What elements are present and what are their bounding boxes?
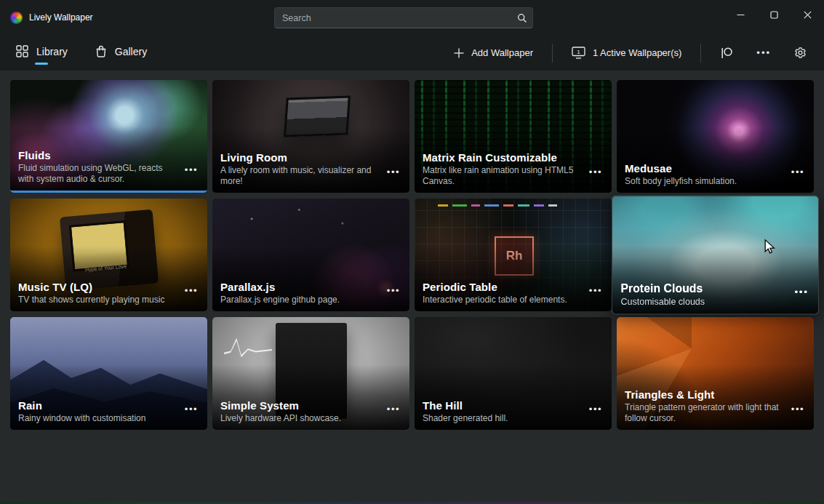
maximize-button[interactable] (757, 0, 791, 29)
wallpaper-grid: Fluids Fluid simulation using WebGL, rea… (10, 80, 814, 430)
wallpaper-title: The Hill (423, 399, 580, 412)
wallpaper-title: Triangles & Light (625, 388, 782, 401)
wallpaper-title: Protein Clouds (620, 282, 785, 295)
wallpaper-card-fluids[interactable]: Fluids Fluid simulation using WebGL, rea… (10, 80, 207, 193)
monitor-count: 1 (577, 49, 580, 55)
wallpaper-meta: Periodic Table Interactive periodic tabl… (423, 281, 580, 306)
wallpaper-card-rain[interactable]: Rain Rainy window with customisation ••• (10, 317, 207, 430)
add-wallpaper-button[interactable]: Add Wallpaper (445, 42, 542, 63)
monitor-icon: 1 (572, 47, 585, 59)
wallpaper-description: Interactive periodic table of elements. (423, 295, 580, 306)
wallpaper-title: Fluids (18, 149, 175, 161)
wallpaper-menu-button[interactable]: ••• (791, 167, 804, 177)
navigation-bar: Library Gallery Add Wallpaper (0, 35, 824, 71)
tab-library-label: Library (36, 46, 68, 57)
wallpaper-description: Lively hardware API showcase. (220, 413, 377, 425)
wallpaper-menu-button[interactable]: ••• (589, 286, 602, 295)
wallpaper-title: Music TV (LQ) (18, 281, 175, 293)
wallpaper-meta: Simple System Lively hardware API showca… (220, 399, 377, 425)
library-content: Fluids Fluid simulation using WebGL, rea… (0, 71, 824, 430)
wallpaper-menu-button[interactable]: ••• (185, 286, 198, 295)
wallpaper-description: Matrix like rain animation using HTML5 C… (423, 165, 580, 188)
wallpaper-card-living-room[interactable]: Living Room A lively room with music, vi… (212, 80, 409, 193)
active-tab-indicator (35, 63, 48, 65)
library-grid-icon (16, 45, 28, 57)
gallery-bag-icon (95, 45, 107, 57)
divider (552, 44, 553, 63)
wallpaper-title: Medusae (625, 162, 782, 175)
wallpaper-title: Parallax.js (220, 281, 377, 293)
wallpaper-card-matrix[interactable]: Matrix Rain Customizable Matrix like rai… (415, 80, 612, 193)
wallpaper-meta: Living Room A lively room with music, vi… (220, 151, 377, 188)
wallpaper-description: Soft body jellyfish simulation. (625, 176, 782, 188)
lively-logo-icon (10, 12, 23, 24)
tab-library[interactable]: Library (15, 38, 69, 68)
wallpaper-card-simple-system[interactable]: Simple System Lively hardware API showca… (212, 317, 409, 430)
wallpaper-menu-button[interactable]: ••• (589, 167, 602, 177)
wallpaper-title: Rain (18, 399, 175, 412)
wallpaper-card-music-tv[interactable]: Hype of Your Love Music TV (LQ) TV that … (10, 199, 207, 311)
plus-icon (454, 48, 464, 58)
wallpaper-card-protein[interactable]: Protein Clouds Customisable clouds ••• (612, 196, 818, 314)
wallpaper-card-triangles[interactable]: Triangles & Light Triangle pattern gener… (617, 317, 814, 430)
wallpaper-description: Parallax.js engine github page. (220, 295, 377, 306)
wallpaper-title: Living Room (220, 151, 377, 164)
gear-icon (794, 47, 807, 59)
wallpaper-description: TV that shows currently playing music (18, 295, 175, 306)
wallpaper-meta: Fluids Fluid simulation using WebGL, rea… (18, 149, 175, 185)
wallpaper-meta: Matrix Rain Customizable Matrix like rai… (423, 151, 580, 188)
wallpaper-description: Shader generated hill. (423, 413, 580, 425)
wallpaper-menu-button[interactable]: ••• (387, 286, 400, 295)
search-icon[interactable] (512, 13, 532, 23)
wallpaper-title: Matrix Rain Customizable (423, 151, 580, 164)
minimize-button[interactable] (724, 0, 757, 29)
window-controls (724, 0, 824, 29)
support-patreon-button[interactable] (711, 41, 742, 65)
more-options-button[interactable]: ••• (748, 43, 780, 63)
wallpaper-meta: Protein Clouds Customisable clouds (620, 282, 785, 308)
active-wallpapers-button[interactable]: 1 1 Active Wallpaper(s) (563, 41, 690, 64)
wallpaper-card-medusae[interactable]: Medusae Soft body jellyfish simulation. … (617, 80, 814, 193)
wallpaper-description: Rainy window with customisation (18, 413, 175, 425)
wallpaper-menu-button[interactable]: ••• (185, 404, 198, 414)
wallpaper-description: Customisable clouds (620, 297, 785, 308)
close-button[interactable] (791, 0, 824, 29)
wallpaper-meta: Medusae Soft body jellyfish simulation. (625, 162, 782, 188)
ellipsis-icon: ••• (756, 48, 771, 57)
wallpaper-description: A lively room with music, visualizer and… (220, 165, 377, 188)
wallpaper-meta: Triangles & Light Triangle pattern gener… (625, 388, 782, 425)
nav-tabs: Library Gallery (15, 38, 148, 68)
wallpaper-menu-button[interactable]: ••• (387, 404, 400, 414)
search-input[interactable] (275, 13, 512, 23)
wallpaper-menu-button[interactable]: ••• (791, 404, 804, 414)
wallpaper-menu-button[interactable]: ••• (795, 287, 809, 297)
wallpaper-meta: Music TV (LQ) TV that shows currently pl… (18, 281, 175, 306)
wallpaper-menu-button[interactable]: ••• (185, 165, 198, 175)
add-wallpaper-label: Add Wallpaper (471, 47, 533, 58)
wallpaper-meta: Rain Rainy window with customisation (18, 399, 175, 425)
active-wallpapers-label: 1 Active Wallpaper(s) (593, 47, 681, 58)
wallpaper-description: Triangle pattern generator with light th… (625, 402, 782, 425)
tab-gallery-label: Gallery (115, 46, 147, 57)
wallpaper-menu-button[interactable]: ••• (387, 167, 400, 177)
wallpaper-card-periodic[interactable]: Rh Periodic Table Interactive periodic t… (415, 199, 612, 311)
patreon-icon (720, 47, 733, 60)
nav-actions: Add Wallpaper 1 1 Active Wallpaper(s) (445, 41, 815, 65)
search-box[interactable] (274, 7, 533, 28)
divider (700, 44, 701, 63)
titlebar: Lively Wallpaper (0, 0, 824, 35)
tab-gallery[interactable]: Gallery (94, 38, 148, 68)
wallpaper-card-parallax[interactable]: Parallax.js Parallax.js engine github pa… (212, 199, 409, 311)
wallpaper-title: Periodic Table (423, 281, 580, 293)
wallpaper-description: Fluid simulation using WebGL, reacts wit… (18, 163, 175, 185)
wallpaper-meta: Parallax.js Parallax.js engine github pa… (220, 281, 377, 306)
wallpaper-menu-button[interactable]: ••• (589, 404, 602, 414)
wallpaper-card-the-hill[interactable]: The Hill Shader generated hill. ••• (415, 317, 612, 430)
wallpaper-title: Simple System (220, 399, 377, 412)
wallpaper-meta: The Hill Shader generated hill. (423, 399, 580, 425)
app-identity: Lively Wallpaper (0, 12, 93, 24)
app-title: Lively Wallpaper (29, 12, 93, 23)
settings-button[interactable] (785, 41, 815, 64)
